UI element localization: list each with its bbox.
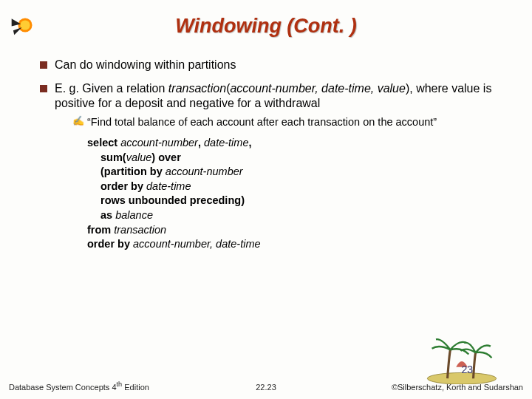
sub-text: “Find total balance of each account afte…	[87, 116, 437, 128]
bullet-text: E. g. Given a relation	[55, 82, 168, 95]
bullet-item: Can do windowing within partitions	[40, 58, 502, 72]
code-block: select account-number, date-time, sum(va…	[55, 136, 502, 252]
code-line: from transaction	[87, 223, 502, 238]
svg-point-1	[20, 20, 30, 30]
code-line: sum(value) over	[87, 151, 502, 166]
relation-args: account-number, date-time, value	[230, 82, 405, 95]
bullet-item: E. g. Given a relation transaction(accou…	[40, 81, 502, 252]
code-line: as balance	[87, 208, 502, 223]
sub-bullet: “Find total balance of each account afte…	[55, 115, 502, 129]
footer-center: 22.23	[256, 383, 276, 392]
code-line: (partition by account-number	[87, 165, 502, 180]
sun-icon	[9, 9, 41, 41]
relation-name: transaction	[168, 82, 226, 95]
bullet-text: Can do windowing within partitions	[55, 58, 236, 71]
slide-title: Windowing (Cont. )	[0, 0, 532, 38]
code-line: rows unbounded preceding)	[87, 194, 502, 208]
page-number-badge: 23	[461, 364, 473, 375]
code-line: order by date-time	[87, 180, 502, 194]
slide-content: Can do windowing within partitions E. g.…	[40, 58, 502, 261]
code-line: select account-number, date-time,	[87, 136, 502, 151]
footer-left: Database System Concepts 4th Edition	[9, 381, 149, 392]
palm-trees-icon	[421, 332, 502, 384]
footer-right: ©Silberschatz, Korth and Sudarshan	[392, 383, 523, 392]
code-line: order by account-number, date-time	[87, 237, 502, 252]
